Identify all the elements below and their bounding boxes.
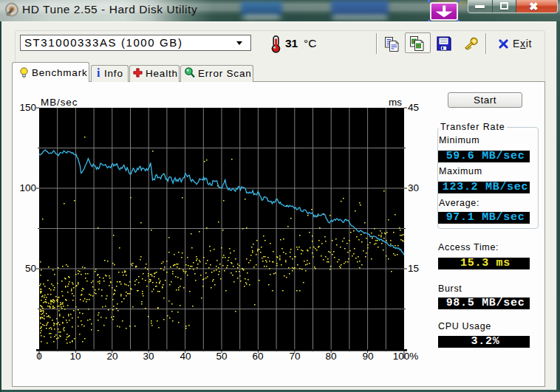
svg-text:15: 15 xyxy=(408,263,419,274)
svg-text:20: 20 xyxy=(106,351,117,362)
svg-text:50: 50 xyxy=(25,263,36,274)
svg-text:30: 30 xyxy=(143,351,154,362)
svg-text:90: 90 xyxy=(362,351,373,362)
svg-text:ms: ms xyxy=(389,97,402,108)
svg-text:60: 60 xyxy=(252,351,263,362)
svg-text:100%: 100% xyxy=(393,351,419,362)
svg-text:150: 150 xyxy=(19,102,36,113)
svg-text:70: 70 xyxy=(289,351,300,362)
svg-text:40: 40 xyxy=(180,351,191,362)
svg-text:50: 50 xyxy=(216,351,227,362)
svg-text:80: 80 xyxy=(325,351,336,362)
svg-text:100: 100 xyxy=(19,182,36,193)
svg-text:10: 10 xyxy=(69,351,81,362)
svg-text:45: 45 xyxy=(408,102,419,113)
svg-text:MB/sec: MB/sec xyxy=(41,97,78,108)
svg-text:30: 30 xyxy=(408,182,419,193)
svg-text:0: 0 xyxy=(36,351,42,362)
